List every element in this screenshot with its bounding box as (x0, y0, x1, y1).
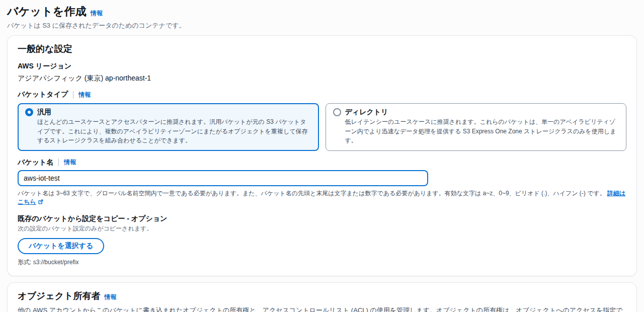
bucket-type-option-description: 低レイテンシーのユースケースに推奨されます。これらのバケットは、単一のアベイラビ… (345, 117, 619, 145)
bucket-name-helper-text: バケット名は 3~63 文字で、グローバル名前空間内で一意である必要があります。… (18, 190, 606, 197)
radio-unchecked-icon[interactable] (333, 108, 341, 116)
page-header: バケットを作成 情報 バケットは S3 に保存されたデータのためのコンテナです。 (7, 4, 637, 30)
bucket-type-option-label: 汎用 (37, 108, 51, 117)
bucket-type-label: バケットタイプ (18, 90, 68, 99)
bucket-type-option-label: ディレクトリ (345, 108, 388, 117)
bucket-type-label-row: バケットタイプ 情報 (18, 90, 626, 99)
copy-settings-label: 既存のバケットから設定をコピー - オプション (18, 214, 626, 223)
object-ownership-heading: オブジェクト所有者 (18, 290, 101, 302)
bucket-name-helper: バケット名は 3~63 文字で、グローバル名前空間内で一意である必要があります。… (18, 189, 626, 206)
bucket-name-input[interactable] (18, 170, 428, 186)
object-ownership-container: オブジェクト所有者 情報 他の AWS アカウントからこのバケットに書き込まれた… (7, 282, 637, 312)
external-link-icon (38, 199, 44, 206)
bucket-name-label: バケット名 (18, 158, 53, 167)
bucket-type-option-directory[interactable]: ディレクトリ 低レイテンシーのユースケースに推奨されます。これらのバケットは、単… (326, 103, 627, 151)
page-subtitle: バケットは S3 に保存されたデータのためのコンテナです。 (7, 21, 637, 30)
general-settings-heading: 一般的な設定 (18, 43, 626, 55)
bucket-name-label-row: バケット名 情報 (18, 158, 626, 167)
create-bucket-page: バケットを作成 情報 バケットは S3 に保存されたデータのためのコンテナです。… (0, 0, 644, 312)
bucket-name-info-link[interactable]: 情報 (64, 158, 76, 167)
bucket-type-info-link[interactable]: 情報 (78, 91, 91, 99)
bucket-type-option-general-purpose[interactable]: 汎用 ほとんどのユースケースとアクセスパターンに推奨されます。汎用バケットが元の… (18, 103, 319, 151)
radio-checked-icon[interactable] (25, 108, 33, 116)
copy-settings-description: 次の設定のバケット設定のみがコピーされます。 (18, 224, 626, 233)
aws-region-label: AWS リージョン (18, 62, 71, 71)
object-ownership-info-link[interactable]: 情報 (105, 293, 117, 301)
object-ownership-description: 他の AWS アカウントからこのバケットに書き込まれたオブジェクトの所有権と、ア… (18, 306, 626, 312)
page-title: バケットを作成 (7, 4, 87, 19)
bucket-type-options: 汎用 ほとんどのユースケースとアクセスパターンに推奨されます。汎用バケットが元の… (18, 103, 626, 151)
choose-bucket-button[interactable]: バケットを選択する (18, 238, 104, 254)
label-divider (73, 91, 73, 99)
general-settings-container: 一般的な設定 AWS リージョン アジアパシフィック (東京) ap-north… (7, 35, 637, 276)
aws-region-value: アジアパシフィック (東京) ap-northeast-1 (18, 74, 626, 83)
page-info-link[interactable]: 情報 (91, 9, 103, 18)
label-divider (58, 159, 59, 166)
format-hint: 形式: s3://bucket/prefix (18, 258, 626, 267)
bucket-type-option-description: ほとんどのユースケースとアクセスパターンに推奨されます。汎用バケットが元の S3… (37, 117, 311, 145)
aws-region-label-row: AWS リージョン (18, 62, 626, 71)
